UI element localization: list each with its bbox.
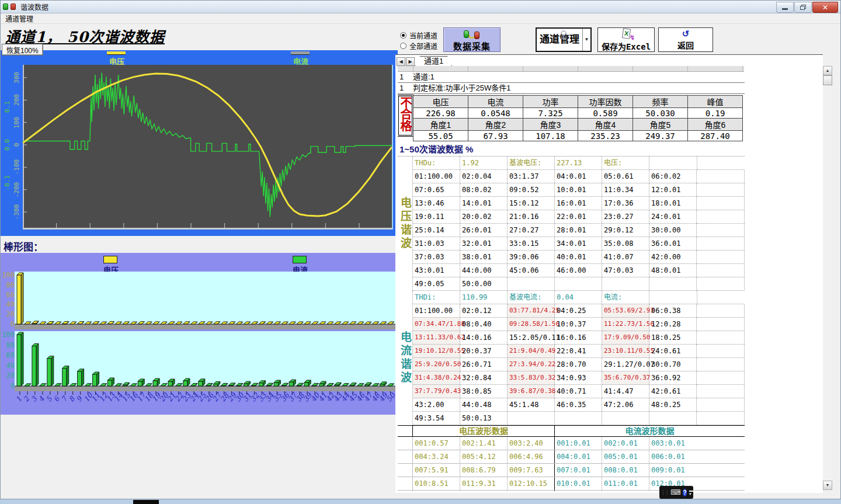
x-tick-label: 50 — [385, 391, 395, 404]
keyboard-icon[interactable]: ⌨ — [670, 488, 680, 496]
harmonic-cell: 25:0.14 — [413, 224, 460, 237]
voltage-waveform-cell: 004:3.24 — [413, 450, 460, 463]
filler-cell — [697, 197, 745, 210]
y-tick-voltage: -300 — [13, 201, 20, 223]
summary-header-cell: 功率 — [523, 96, 578, 108]
harmonic-cell — [649, 412, 697, 425]
filler-cell — [697, 318, 745, 331]
back-button[interactable]: ↺ 返回 — [658, 27, 713, 52]
filler-cell — [697, 264, 745, 277]
summary-value-cell: 55.05 — [413, 131, 468, 141]
filler-cell — [697, 157, 745, 170]
radio-current-channel-control[interactable] — [400, 32, 406, 39]
harmonic-row: 13:11.33/0.6214:0.1615:2.05/0.1116:0.161… — [413, 331, 745, 345]
summary-value-cell: 226.98 — [413, 108, 468, 119]
harmonic-header-row: THDi:110.99基波电流:0.04电流: — [413, 291, 745, 304]
harmonic-cell: 50:0.00 — [460, 277, 508, 291]
harmonic-cell: 33:5.83/0.32 — [508, 371, 555, 385]
menu-channel-manage[interactable]: 通道管理 — [1, 13, 38, 23]
current-waveform-title: 电流波形数据 — [555, 426, 745, 436]
voltage-waveform-cell: 012:10.15 — [508, 477, 555, 490]
current-harmonics-side: 电流谐波 — [398, 291, 413, 425]
tab-channel-1[interactable]: 通道1 — [415, 56, 452, 66]
harmonic-cell: 26:0.71 — [460, 358, 508, 371]
language-bar: ⋮⋮ ⌨ ? ▬▾ — [659, 486, 693, 499]
bar-y-tick-voltage: 40 — [1, 300, 15, 308]
filler-cell — [697, 385, 745, 398]
harmonic-cell: 49:0.05 — [413, 277, 460, 291]
harmonic-cell: 19:10.12/0.55 — [413, 345, 460, 358]
harmonic-cell: 25:9.20/0.50 — [413, 358, 460, 371]
voltage-waveform-cell: 007:5.91 — [413, 464, 460, 477]
radio-current-channel[interactable]: 当前通道 — [400, 30, 437, 40]
minimize-button[interactable] — [776, 2, 794, 13]
harmonic-cell: 09:0.52 — [508, 183, 555, 197]
row-text: 通道:1 — [413, 72, 435, 82]
save-excel-button[interactable]: X↯ 保存为Excel — [597, 27, 655, 52]
y-tick-current: -0.1 — [4, 172, 11, 194]
harmonic-row: 01:100.0002:0.1203:77.81/4.2504:0.2505:5… — [413, 304, 745, 318]
acquire-data-button[interactable]: 数据采集 — [443, 27, 501, 52]
bar — [107, 378, 114, 386]
acquire-data-icon — [444, 29, 500, 40]
bar-y-tick-current: 40 — [1, 362, 15, 370]
harmonic-cell: 03:1.37 — [508, 170, 555, 183]
harmonic-cell: 41:0.07 — [602, 251, 649, 264]
data-grid[interactable]: 1通道:11判定标准:功率小于25W条件1不合格电压电流功率功率因数频率峰值22… — [398, 72, 745, 491]
y-tick-voltage: 200 — [13, 89, 20, 111]
bar — [153, 378, 159, 386]
close-button[interactable]: ✕ — [812, 2, 838, 13]
radio-all-channels[interactable]: 全部通道 — [400, 41, 437, 51]
waveform-row: 007:5.91008:6.79009:7.63007:0.01008:0.01… — [398, 464, 745, 477]
summary-header-cell: 频率 — [633, 96, 688, 108]
summary-header-cell: 角度6 — [688, 119, 743, 131]
summary-value-cell: 107.18 — [523, 131, 578, 141]
restore-100-button[interactable]: 恢复100% — [2, 44, 43, 55]
harmonic-row: 37:7.79/0.4338:0.8539:6.87/0.3840:0.7141… — [413, 385, 745, 398]
current-waveform-cell: 007:0.01 — [555, 464, 602, 477]
summary-header-cell: 电压 — [413, 96, 468, 108]
tab-scroll-left[interactable]: ◀ — [397, 57, 405, 66]
harmonic-cell: 08:0.02 — [460, 183, 508, 197]
bar — [199, 379, 205, 386]
options-icon[interactable]: ▬▾ — [689, 489, 693, 496]
harmonic-cell: 35:6.70/0.37 — [602, 371, 649, 385]
restore-window-button[interactable] — [794, 2, 812, 13]
voltage-waveform-cell: 005:4.12 — [460, 450, 508, 463]
channel-row: 1通道:1 — [398, 72, 745, 83]
harmonic-cell: 36:0.01 — [649, 237, 697, 251]
harmonic-cell: 10:0.37 — [555, 318, 602, 331]
waveform-chart-panel: 电压 电流 3002001000-100-200-3000.10.0-0.1 — [1, 50, 398, 236]
vertical-scrollbar[interactable]: ▲ ▼ — [823, 66, 832, 490]
harmonic-cell: 01:100.00 — [413, 170, 460, 183]
scroll-up-button[interactable]: ▲ — [823, 66, 832, 75]
harmonic-header-cell: 0.04 — [555, 291, 602, 304]
harmonic-row: 31:0.0332:0.0133:0.1534:0.0135:0.0836:0.… — [413, 237, 745, 251]
harmonic-cell — [555, 277, 602, 291]
voltage-waveform-cell: 003:2.40 — [508, 437, 555, 450]
filler-cell — [697, 210, 745, 224]
harmonic-cell — [508, 277, 555, 291]
tab-scroll-right[interactable]: ▶ — [406, 57, 415, 66]
harmonic-cell: 39:6.87/0.38 — [508, 385, 555, 398]
channel-manage-dropdown[interactable]: ▼ — [582, 29, 590, 51]
scrollbar-thumb[interactable] — [823, 75, 832, 85]
scroll-down-button[interactable]: ▼ — [823, 481, 832, 490]
radio-all-channels-control[interactable] — [400, 43, 406, 49]
grip-handle[interactable]: ⋮⋮ — [661, 490, 669, 495]
harmonic-cell — [508, 412, 555, 425]
filler-cell — [697, 251, 745, 264]
current-waveform-cell: 006:0.01 — [649, 450, 745, 463]
app-window: 谐波数据 ✕ 通道管理 通道1， 50次谐波数据 恢复100% 电压 电流 30… — [0, 0, 841, 499]
channel-manage-button[interactable]: 通道管理 ▼ — [536, 27, 592, 52]
bar — [62, 366, 69, 386]
harmonic-header-row: THDu:1.92基波电压:227.13电压: — [413, 157, 745, 170]
filler-cell — [697, 277, 745, 291]
waveform-svg — [23, 65, 392, 228]
filler-cell — [697, 183, 745, 197]
harmonic-row: 01:100.0002:0.0403:1.3704:0.0105:0.6106:… — [413, 170, 745, 183]
bar-y-tick-voltage: 0 — [1, 320, 15, 328]
help-icon[interactable]: ? — [683, 489, 687, 496]
harmonic-cell: 50:0.13 — [460, 412, 508, 425]
row-gutter — [398, 464, 413, 477]
